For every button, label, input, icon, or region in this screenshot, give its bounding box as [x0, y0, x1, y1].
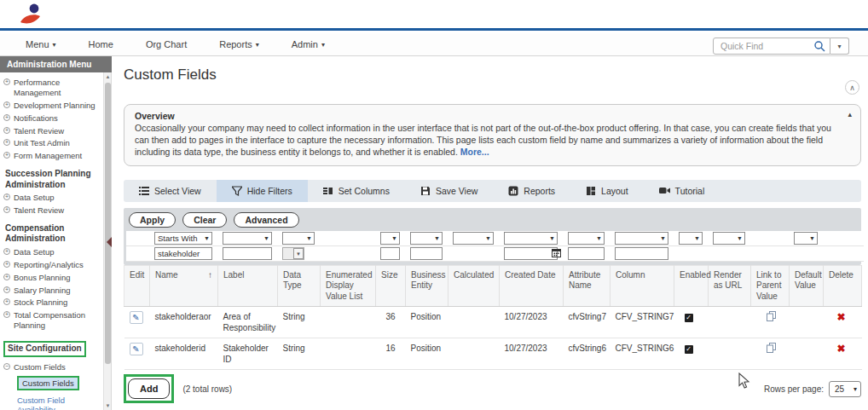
sidebar-item-development-planning[interactable]: +Development Planning: [3, 101, 101, 111]
rows-per-page-select[interactable]: 25 ▾: [829, 381, 861, 397]
sidebar-item-stock-planning[interactable]: +Stock Planning: [3, 297, 101, 308]
expand-plus-icon[interactable]: +: [3, 127, 10, 134]
scrollbar-thumb[interactable]: [105, 83, 111, 364]
expand-plus-icon[interactable]: +: [3, 274, 10, 280]
data-type-filter-select[interactable]: ▼: [282, 232, 315, 245]
col-column[interactable]: Column: [610, 265, 674, 307]
col-business-entity[interactable]: Business Entity: [406, 265, 448, 307]
tutorial-button[interactable]: Tutorial: [644, 180, 720, 202]
enabled-filter-select[interactable]: ▼: [679, 232, 703, 245]
col-enumerated-display-value-list[interactable]: Enumerated Display Value List: [321, 265, 376, 307]
col-attribute-name[interactable]: Attribute Name: [564, 265, 610, 307]
col-link-to-parent-value[interactable]: Link to Parent Value: [751, 265, 790, 307]
sidebar-item-custom-fields-group[interactable]: −Custom Fields: [3, 362, 101, 372]
business-entity-filter-input[interactable]: [410, 247, 443, 260]
delete-x-icon[interactable]: ✖: [837, 311, 846, 325]
col-enabled[interactable]: Enabled: [674, 265, 709, 307]
copy-pages-icon[interactable]: [767, 311, 776, 324]
expand-plus-icon[interactable]: +: [3, 139, 10, 146]
edit-pencil-icon[interactable]: ✎: [130, 343, 143, 355]
expand-plus-icon[interactable]: +: [3, 286, 10, 293]
col-created-date[interactable]: Created Date: [500, 265, 564, 307]
col-default-value[interactable]: Default Value: [790, 265, 824, 307]
expand-plus-icon[interactable]: +: [3, 193, 10, 200]
enabled-checkbox[interactable]: ✓: [685, 345, 693, 354]
select-view-button[interactable]: Select View: [124, 180, 217, 202]
render-as-url-filter-select[interactable]: ▼: [713, 232, 745, 245]
more-link[interactable]: More...: [460, 147, 489, 157]
calculated-filter-select[interactable]: ▼: [453, 232, 494, 245]
created-date-operator-select[interactable]: ▼: [504, 232, 558, 245]
quick-find-options-button[interactable]: ▾: [830, 38, 849, 55]
apply-button[interactable]: Apply: [129, 212, 176, 228]
sidebar-item-reporting-analytics[interactable]: +Reporting/Analytics: [3, 260, 101, 270]
business-entity-operator-select[interactable]: ▼: [410, 232, 443, 245]
col-label[interactable]: Label: [218, 265, 278, 307]
calendar-icon[interactable]: [552, 248, 561, 257]
nav-home[interactable]: Home: [89, 39, 113, 49]
attribute-name-filter-input[interactable]: [568, 247, 605, 260]
col-data-type[interactable]: Data Type: [278, 265, 321, 307]
sidebar-item-talent-review[interactable]: +Talent Review: [3, 126, 101, 136]
advanced-button[interactable]: Advanced: [234, 212, 298, 228]
data-type-value-select[interactable]: ▼: [282, 247, 304, 260]
sidebar-item-data-setup[interactable]: +Data Setup: [3, 193, 101, 203]
save-view-button[interactable]: Save View: [405, 180, 493, 202]
nav-org-chart[interactable]: Org Chart: [146, 39, 187, 49]
col-calculated[interactable]: Calculated: [448, 265, 500, 307]
sidebar-item-custom-fields-selected[interactable]: Custom Fields: [17, 376, 79, 390]
sidebar-item-total-compensation-planning[interactable]: +Total Compensation Planning: [3, 310, 101, 331]
expand-plus-icon[interactable]: +: [3, 114, 10, 121]
nav-menu[interactable]: Menu▾: [26, 39, 56, 49]
expand-plus-icon[interactable]: +: [3, 248, 10, 255]
scroll-down-icon[interactable]: ▼: [104, 401, 112, 410]
name-operator-select[interactable]: Starts With▼: [154, 232, 212, 245]
column-filter-input[interactable]: [615, 247, 668, 260]
size-operator-select[interactable]: ▼: [380, 232, 400, 245]
sidebar-item-form-management[interactable]: +Form Management: [3, 151, 101, 161]
nav-reports[interactable]: Reports▾: [219, 39, 259, 49]
search-icon[interactable]: [813, 40, 825, 52]
copy-pages-icon[interactable]: [767, 343, 776, 355]
expand-plus-icon[interactable]: +: [3, 298, 10, 305]
created-date-filter-input[interactable]: [504, 247, 558, 260]
sidebar-item-talent-review-2[interactable]: +Talent Review: [3, 205, 101, 216]
sidebar-item-custom-field-availability[interactable]: Custom Field Availability: [17, 396, 101, 410]
default-value-filter-select[interactable]: ▼: [794, 232, 818, 245]
scroll-up-icon[interactable]: ▲: [104, 72, 112, 81]
layout-button[interactable]: Layout: [570, 180, 644, 202]
overview-collapse-icon[interactable]: ▴: [848, 110, 852, 118]
label-operator-select[interactable]: ▼: [223, 232, 272, 245]
sidebar-item-notifications[interactable]: +Notifications: [3, 113, 101, 124]
col-name[interactable]: ↑Name: [150, 265, 218, 307]
expand-plus-icon[interactable]: +: [3, 261, 10, 268]
collapse-minus-icon[interactable]: −: [3, 363, 10, 370]
col-render-as-url[interactable]: Render as URL: [709, 265, 751, 307]
nav-admin[interactable]: Admin▾: [292, 39, 325, 49]
name-filter-input[interactable]: [154, 247, 212, 260]
page-collapse-button[interactable]: ∧: [845, 80, 859, 95]
expand-plus-icon[interactable]: +: [3, 206, 10, 213]
expand-plus-icon[interactable]: +: [3, 311, 10, 318]
col-size[interactable]: Size: [376, 265, 406, 307]
size-filter-input[interactable]: [380, 247, 400, 260]
reports-button[interactable]: Reports: [493, 180, 570, 202]
enabled-checkbox[interactable]: ✓: [685, 314, 693, 322]
expand-plus-icon[interactable]: +: [3, 101, 10, 108]
sidebar-item-salary-planning[interactable]: +Salary Planning: [3, 286, 101, 296]
hide-filters-button[interactable]: Hide Filters: [217, 180, 308, 202]
sidebar-item-unit-test-admin[interactable]: +Unit Test Admin: [3, 138, 101, 148]
edit-pencil-icon[interactable]: ✎: [130, 311, 143, 324]
set-columns-button[interactable]: Set Columns: [308, 180, 405, 202]
attribute-name-operator-select[interactable]: ▼: [568, 232, 605, 245]
add-button[interactable]: Add: [128, 378, 170, 399]
column-operator-select[interactable]: ▼: [615, 232, 668, 245]
expand-plus-icon[interactable]: +: [3, 78, 10, 85]
sidebar-item-data-setup-2[interactable]: +Data Setup: [3, 247, 101, 257]
clear-button[interactable]: Clear: [182, 212, 227, 228]
sidebar-item-bonus-planning[interactable]: +Bonus Planning: [3, 273, 101, 283]
delete-x-icon[interactable]: ✖: [837, 343, 846, 356]
label-filter-input[interactable]: [223, 247, 272, 260]
sidebar-item-performance-management[interactable]: +Performance Management: [3, 78, 101, 98]
expand-plus-icon[interactable]: +: [3, 152, 10, 159]
